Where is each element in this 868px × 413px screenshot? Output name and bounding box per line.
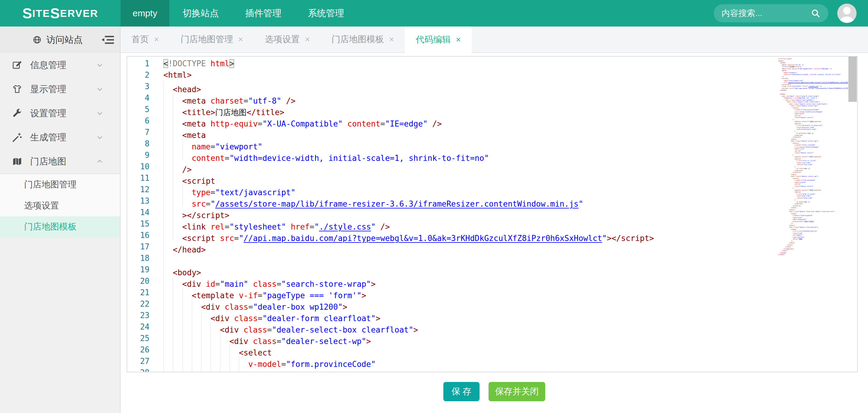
nav-item-switch-site[interactable]: 切换站点 (169, 0, 232, 27)
sidebar-item-display-manage[interactable]: 显示管理 (0, 77, 120, 101)
sidebar-item-info-manage[interactable]: 信息管理 (0, 53, 120, 77)
sidebar-item-store-map[interactable]: 门店地图 (0, 150, 120, 173)
tab-label: 选项设置 (265, 33, 300, 45)
code-line: <div id="main" class="search-store-wrap"… (163, 275, 778, 287)
code-line: <script (163, 172, 778, 184)
line-number: 15 (127, 218, 150, 229)
editor-minimap[interactable]: <!DOCTYPE html><html> <head> <meta chars… (778, 57, 848, 372)
user-icon (837, 4, 857, 23)
content-search-box (714, 4, 828, 22)
line-number: 9 (127, 150, 150, 161)
scrollbar-thumb[interactable] (848, 57, 857, 102)
tab-close-icon[interactable]: × (389, 35, 394, 44)
save-and-close-button[interactable]: 保存并关闭 (489, 382, 545, 401)
save-button[interactable]: 保 存 (443, 382, 479, 401)
line-number: 23 (127, 310, 150, 321)
line-number: 21 (127, 287, 150, 298)
sidebar: 访问站点 信息管理显示管理设置管理生成管理门店地图门店地图管理选项设置门店地图模… (0, 27, 121, 413)
code-line: <template v-if="pageType === 'form'"> (163, 287, 778, 298)
code-line: <div class="dealer-form clearfloat"> (163, 310, 778, 321)
tab-close-icon[interactable]: × (456, 35, 461, 44)
code-line: <meta charset="utf-8" /> (163, 92, 778, 104)
line-number: 11 (127, 172, 150, 184)
nav-site-tab[interactable]: empty (121, 0, 169, 27)
tab-option-settings[interactable]: 选项设置× (254, 27, 321, 53)
code-line: <div class="dealer-box wp1200"> (163, 298, 778, 310)
nav-items: 切换站点插件管理系统管理 (169, 0, 358, 27)
sidebar-subitem-store-map-template[interactable]: 门店地图模板 (0, 216, 120, 237)
editor-code[interactable]: <!DOCTYPE html><html><head><meta charset… (150, 57, 778, 372)
line-number: 20 (127, 275, 150, 287)
code-line: type="text/javascript" (163, 184, 778, 195)
code-line: content="width=device-width, initial-sca… (163, 150, 778, 161)
tab-label: 门店地图管理 (181, 33, 233, 45)
line-number: 16 (127, 229, 150, 241)
chevron-down-icon (96, 110, 103, 117)
line-number: 19 (127, 264, 150, 275)
tab-home[interactable]: 首页× (121, 27, 170, 53)
code-line: <div class="dealer-select-wp"> (163, 332, 778, 344)
sidebar-item-settings-manage[interactable]: 设置管理 (0, 101, 120, 125)
sidebar-item-label: 门店地图 (30, 155, 66, 168)
page-body: 访问站点 信息管理显示管理设置管理生成管理门店地图门店地图管理选项设置门店地图模… (0, 27, 868, 413)
line-number: 22 (127, 298, 150, 310)
code-line: <body> (163, 264, 778, 275)
top-navbar: SITESERVER empty 切换站点插件管理系统管理 (0, 0, 868, 27)
editor-scrollbar[interactable] (848, 57, 857, 372)
menu-collapse-icon[interactable] (101, 35, 115, 44)
chevron-down-icon (96, 61, 103, 69)
line-number: 14 (127, 206, 150, 218)
nav-item-system-manage[interactable]: 系统管理 (295, 0, 358, 27)
line-number: 28 (127, 367, 150, 372)
line-number: 18 (127, 252, 150, 264)
line-number: 17 (127, 241, 150, 252)
sidebar-item-label: 显示管理 (30, 83, 66, 95)
minimap-line: </html> (778, 254, 848, 256)
line-number: 4 (127, 92, 150, 104)
code-line: <div class="dealer-select-box clearfloat… (163, 321, 778, 332)
sidebar-subitem-option-settings[interactable]: 选项设置 (0, 195, 120, 216)
tab-close-icon[interactable]: × (238, 35, 243, 44)
code-line: <link rel="stylesheet" href="./style.css… (163, 218, 778, 229)
visit-site-header[interactable]: 访问站点 (0, 27, 120, 53)
line-number: 13 (127, 195, 150, 206)
tab-close-icon[interactable]: × (305, 35, 310, 44)
wand-icon (12, 132, 22, 142)
chevron-up-icon (96, 158, 103, 165)
globe-icon (33, 35, 41, 44)
code-line: <meta http-equiv="X-UA-Compatible" conte… (163, 115, 778, 127)
code-editor: 1234567891011121314151617181920212223242… (127, 56, 858, 372)
nav-spacer (358, 0, 714, 27)
siteserver-logo[interactable]: SITESERVER (0, 0, 121, 27)
line-number: 25 (127, 332, 150, 344)
code-line: <script src="//api.map.baidu.com/api?typ… (163, 229, 778, 241)
tab-code-edit[interactable]: 代码编辑× (405, 27, 471, 53)
sidebar-item-label: 信息管理 (30, 59, 66, 71)
code-line: <head> (163, 81, 778, 92)
tabbar: 首页×门店地图管理×选项设置×门店地图模板×代码编辑× (121, 27, 868, 53)
sidebar-item-label: 生成管理 (30, 131, 66, 144)
code-line (163, 252, 778, 264)
line-number: 8 (127, 138, 150, 150)
tab-label: 门店地图模板 (332, 33, 384, 45)
line-number: 2 (127, 69, 150, 81)
code-line: <title>门店地图</title> (163, 104, 778, 115)
main-area: 首页×门店地图管理×选项设置×门店地图模板×代码编辑× 123456789101… (121, 27, 868, 413)
tab-store-map-manage[interactable]: 门店地图管理× (170, 27, 254, 53)
line-number: 12 (127, 184, 150, 195)
tab-close-icon[interactable]: × (154, 35, 159, 44)
avatar[interactable] (837, 4, 857, 23)
search-icon[interactable] (811, 8, 820, 18)
sidebar-subitem-store-map-manage[interactable]: 门店地图管理 (0, 174, 120, 195)
line-number: 24 (127, 321, 150, 332)
search-input[interactable] (721, 8, 811, 18)
editor-gutter: 1234567891011121314151617181920212223242… (127, 57, 150, 372)
visit-site-label: 访问站点 (46, 34, 83, 46)
sidebar-item-generate-manage[interactable]: 生成管理 (0, 125, 120, 150)
line-number: 27 (127, 355, 150, 367)
code-line: <select (163, 344, 778, 355)
tab-label: 首页 (131, 33, 149, 45)
tab-store-map-template[interactable]: 门店地图模板× (321, 27, 405, 53)
minimap-line: <script src="//api.map.baidu.com/api?typ… (778, 87, 848, 90)
nav-item-plugin-manage[interactable]: 插件管理 (232, 0, 295, 27)
